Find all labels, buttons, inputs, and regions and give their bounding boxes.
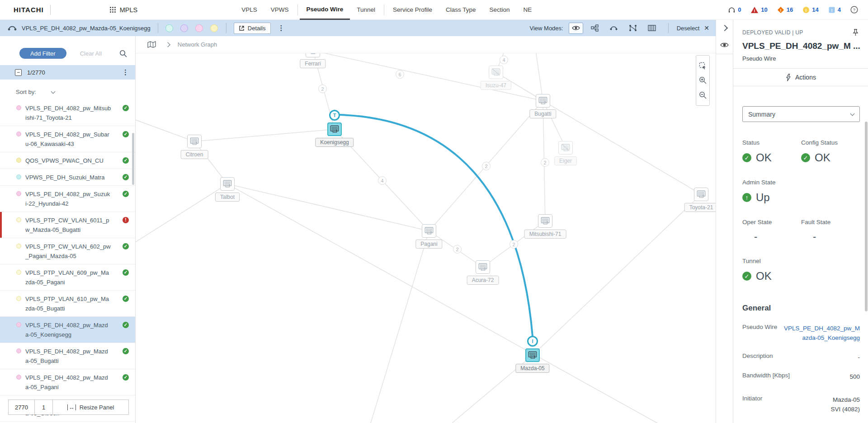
panel-scrollbar[interactable]: [865, 122, 868, 311]
list-item[interactable]: VPLS_PE_DH_4082_pw_Mitsubishi-71_Toyota-…: [0, 100, 135, 126]
node-label[interactable]: Bugatti: [529, 109, 556, 118]
panel-view-select[interactable]: Summary: [742, 106, 860, 122]
node-label[interactable]: Koenigsegg: [315, 138, 354, 147]
details-button[interactable]: Details: [234, 23, 271, 34]
tab-service-profile[interactable]: Service Profile: [386, 0, 439, 20]
list-item[interactable]: VPLS_PTP_CW_VLAN_6011_pw_Mazda-05_Bugatt…: [0, 212, 135, 238]
edge-count-badge[interactable]: 2: [541, 158, 549, 167]
list-item[interactable]: VPLS_PE_DH_4082_pw_Mazda-05_Pagani✓: [0, 369, 135, 395]
minor-alert[interactable]: ! 14: [802, 6, 818, 14]
node-label[interactable]: Pagani: [415, 240, 442, 249]
edge-count-badge[interactable]: 4: [500, 56, 508, 64]
zoom-out-button[interactable]: [696, 91, 709, 99]
node-label[interactable]: Citroen: [181, 150, 208, 159]
list-item[interactable]: VPLS_PTP_VLAN_610_pw_Mazda-05_Bugatti✓: [0, 291, 135, 317]
headset-alert[interactable]: 0: [728, 6, 741, 14]
node-icon-box[interactable]: [327, 122, 342, 136]
breadcrumb-chevron-icon[interactable]: [165, 42, 170, 47]
node-label[interactable]: Mitsubishi-71: [524, 230, 566, 239]
major-alert[interactable]: ! 16: [777, 6, 793, 14]
item-label: VPLS_PTP_CW_VLAN_6011_pw_Mazda-05_Bugatt…: [25, 216, 111, 235]
list-item[interactable]: VPLS_PE_DH_4082_pw_Subaru-06_Kawasaki-43…: [0, 126, 135, 152]
resize-panel-handle[interactable]: ↔ Resize Panel: [53, 400, 128, 414]
zoom-in-button[interactable]: [696, 76, 709, 84]
info-alert[interactable]: ! 4: [828, 6, 841, 14]
legend-dot-purple[interactable]: [180, 24, 188, 32]
node-icon-box[interactable]: [536, 94, 550, 108]
endpoint-badge-t[interactable]: T: [329, 110, 340, 121]
deselect-button[interactable]: Deselect: [677, 25, 700, 32]
node-icon-box[interactable]: [220, 177, 235, 191]
node-label[interactable]: Isuzu-47: [481, 81, 511, 90]
node-label[interactable]: Mazda-05: [515, 364, 549, 373]
node-label[interactable]: Talbot: [215, 193, 240, 202]
list-item[interactable]: VPWS_PE_DH_Suzuki_Matra✓: [0, 169, 135, 186]
node-label[interactable]: Eiger: [554, 156, 577, 165]
view-mode-eye-button[interactable]: [569, 23, 583, 34]
close-selection-icon[interactable]: ✕: [704, 24, 709, 32]
legend-dot-cyan[interactable]: [165, 24, 173, 32]
view-mode-topology-button[interactable]: [626, 23, 640, 34]
eye-filled-icon: [720, 42, 729, 48]
node-label[interactable]: Acura-72: [467, 276, 499, 285]
edge-count-badge[interactable]: 4: [378, 176, 387, 185]
tab-vpls[interactable]: VPLS: [235, 0, 264, 20]
list-item[interactable]: VPLS_PTP_CW_VLAN_602_pw_Pagani_Mazda-05✓: [0, 238, 135, 264]
collapse-panel-button[interactable]: [716, 20, 733, 36]
map-icon[interactable]: [147, 41, 156, 48]
edge-count-badge[interactable]: 6: [396, 70, 404, 79]
edge-count-badge[interactable]: 2: [482, 162, 491, 170]
legend-dot-pink[interactable]: [195, 24, 203, 32]
app-launcher[interactable]: MPLS: [109, 6, 138, 14]
select-area-button[interactable]: [696, 62, 709, 70]
actions-button[interactable]: Actions: [733, 68, 868, 86]
edge-count-badge[interactable]: 2: [453, 245, 462, 254]
help-button[interactable]: ?: [850, 6, 858, 14]
node-icon-box[interactable]: [558, 141, 573, 155]
sort-chevron-down-icon[interactable]: [51, 89, 55, 94]
view-mode-table-button[interactable]: [645, 23, 659, 34]
node-icon-box[interactable]: [538, 214, 552, 228]
critical-alert[interactable]: ! 10: [750, 6, 767, 14]
node-icon-box[interactable]: [525, 348, 540, 362]
edge-count-badge[interactable]: 2: [509, 240, 518, 249]
node-icon-box[interactable]: [694, 188, 708, 201]
view-mode-pseudowire-button[interactable]: [607, 23, 621, 34]
graph-canvas[interactable]: 26422422FerrariCitroenTalbotTKoenigseggI…: [136, 53, 716, 423]
list-item[interactable]: VPLS_PE_DH_4082_pw_Suzuki-22_Hyundai-42✓: [0, 186, 135, 212]
add-filter-button[interactable]: Add Filter: [19, 48, 66, 59]
tab-pseudo-wire[interactable]: Pseudo Wire: [300, 0, 350, 20]
sidebar-scrollbar[interactable]: [132, 133, 134, 185]
list-item[interactable]: QOS_VPWS_PWAC_ON_CU✓: [0, 152, 135, 169]
toolbar-kebab-menu[interactable]: ⋮: [278, 24, 285, 32]
select-all-checkbox[interactable]: −: [15, 69, 22, 76]
tab-section[interactable]: Section: [483, 0, 517, 20]
node-label[interactable]: Toyota-21: [684, 203, 716, 212]
node-icon-box[interactable]: [422, 224, 436, 238]
pin-button[interactable]: [852, 29, 859, 36]
selected-pseudowire-path[interactable]: [340, 115, 533, 336]
clear-all-button[interactable]: Clear All: [80, 50, 102, 57]
edge-count-badge[interactable]: 2: [318, 85, 327, 93]
list-item[interactable]: VPLS_PE_DH_4082_pw_Mazda-05_Koenigsegg✓: [0, 317, 135, 343]
eye-icon: [572, 25, 580, 31]
node-label[interactable]: Ferrari: [300, 59, 326, 68]
tab-class-type[interactable]: Class Type: [439, 0, 483, 20]
tab-tunnel[interactable]: Tunnel: [350, 0, 382, 20]
endpoint-badge-i[interactable]: I: [527, 336, 538, 347]
list-kebab-menu[interactable]: ⋮: [122, 68, 129, 76]
node-icon-box[interactable]: [476, 260, 490, 274]
list-item[interactable]: VPLS_PTP_VLAN_609_pw_Mazda-05_Pagani✓: [0, 264, 135, 291]
tab-vpws[interactable]: VPWS: [264, 0, 296, 20]
node-icon-box[interactable]: [187, 135, 202, 148]
list-item[interactable]: VPLS_PE_DH_4082_pw_Mazda-05_Bugatti✓: [0, 343, 135, 369]
node-icon-box[interactable]: [489, 66, 503, 79]
view-mode-hierarchy-button[interactable]: [588, 23, 602, 34]
node-icon-box[interactable]: [306, 53, 320, 57]
legend-dot-yellow[interactable]: [210, 24, 218, 32]
tab-ne[interactable]: NE: [517, 0, 539, 20]
visibility-toggle-button[interactable]: [716, 36, 733, 54]
field-value-link[interactable]: VPLS_PE_DH_4082_pw_Mazda-05_Koenigsegg: [783, 324, 860, 343]
field-label: Bandwidth [Kbps]: [742, 372, 790, 381]
search-button[interactable]: [119, 50, 127, 57]
